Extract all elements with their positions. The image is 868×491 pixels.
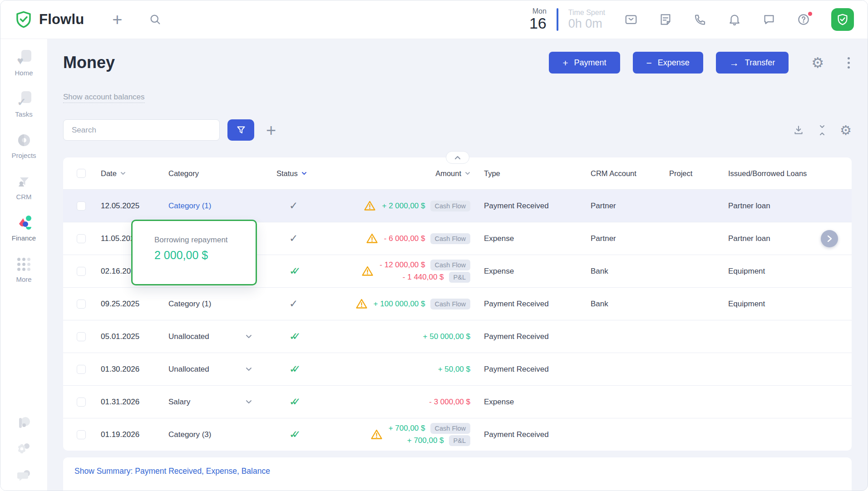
calendar-date[interactable]: Mon 16	[529, 7, 547, 31]
category-cell: Salary	[168, 398, 267, 407]
category-cell: Category (3)	[168, 430, 267, 439]
row-checkbox[interactable]	[77, 267, 86, 276]
chevron-down-icon[interactable]	[246, 400, 252, 404]
avatar-shield-icon[interactable]	[831, 8, 854, 31]
bell-icon[interactable]	[728, 13, 741, 26]
home-icon: ♥	[15, 49, 33, 66]
filter-button[interactable]	[227, 119, 254, 141]
row-checkbox[interactable]	[77, 234, 86, 243]
create-plus-icon[interactable]: +	[112, 11, 122, 28]
amount-badge: P&L	[449, 272, 470, 283]
sidebar-item-projects[interactable]: Projects	[0, 132, 47, 159]
phone-icon[interactable]	[693, 13, 707, 26]
status-cell: ✓✓	[267, 363, 354, 375]
sidebar-item-tasks[interactable]: ✓ Tasks	[0, 90, 47, 118]
amount-value: - 1 440,00 $	[403, 273, 444, 282]
help-icon[interactable]	[797, 13, 810, 26]
row-checkbox[interactable]	[77, 365, 86, 374]
table-row[interactable]: 05.01.2025Unallocated✓✓+ 50 000,00 $Paym…	[63, 320, 852, 353]
expense-button[interactable]: − Expense	[633, 52, 703, 74]
transactions-table: Date Category Status Amount Type CRM Acc…	[63, 157, 852, 451]
row-checkbox[interactable]	[77, 430, 86, 439]
row-checkbox[interactable]	[77, 332, 86, 341]
sidebar-item-home[interactable]: ♥ Home	[0, 49, 47, 77]
search-input[interactable]	[63, 119, 220, 141]
loans-cell: Partner loan	[721, 201, 852, 211]
table-settings-gear-icon[interactable]: ⚙	[840, 123, 852, 138]
crm-account-cell: Bank	[581, 267, 662, 276]
crm-account-cell: Partner	[581, 201, 662, 211]
search-icon[interactable]	[149, 13, 162, 26]
amount-value: + 2 000,00 $	[382, 201, 425, 211]
chat-icon[interactable]	[762, 13, 776, 26]
table-row[interactable]: 09.25.2025Category (1)✓+ 100 000,00 $Cas…	[63, 287, 852, 320]
payment-button[interactable]: + Payment	[549, 52, 620, 74]
table-row[interactable]: 01.19.2026Category (3)✓✓+ 700,00 $Cash F…	[63, 418, 852, 451]
sidebar-item-more[interactable]: More	[0, 255, 47, 283]
type-cell: Payment Received	[474, 332, 581, 341]
category-cell: Unallocated	[168, 365, 267, 374]
collapse-table-pill[interactable]	[446, 151, 469, 164]
category-label: Category (1)	[168, 300, 211, 309]
table-row[interactable]: 12.05.2025Category (1)✓+ 2 000,00 $Cash …	[63, 189, 852, 222]
payment-button-label: Payment	[574, 58, 606, 68]
kebab-menu-icon[interactable]	[846, 55, 852, 70]
type-cell: Payment Received	[474, 365, 581, 374]
status-cell: ✓✓	[267, 330, 354, 343]
category-tooltip: Borrowing repayment 2 000,00 $	[131, 220, 257, 285]
row-checkbox[interactable]	[77, 398, 86, 407]
category-label: Category (3)	[168, 430, 211, 439]
amount-value: + 100 000,00 $	[374, 300, 425, 309]
sidebar-item-finance[interactable]: Finance	[0, 214, 47, 242]
type-cell: Expense	[474, 267, 581, 276]
settings-gear-icon[interactable]	[16, 442, 32, 457]
transfer-button[interactable]: → Transfer	[716, 52, 789, 74]
column-amount[interactable]: Amount	[354, 169, 474, 178]
money-settings-gear-icon[interactable]: ⚙	[811, 54, 824, 71]
amount-cell: + 50,00 $	[354, 365, 474, 374]
chevron-down-icon[interactable]	[246, 334, 252, 339]
collapse-rows-icon[interactable]	[817, 124, 827, 136]
flowlu-logo[interactable]: Flowlu	[14, 10, 84, 29]
column-date[interactable]: Date	[101, 169, 168, 178]
expense-button-label: Expense	[658, 58, 690, 68]
status-cell: ✓	[267, 232, 354, 245]
category-cell: Category (1)	[168, 300, 267, 309]
column-status[interactable]: Status	[267, 169, 354, 178]
date-cell: 01.31.2026	[101, 398, 168, 407]
notes-icon[interactable]	[659, 13, 672, 26]
amount-cell: + 100 000,00 $Cash Flow	[354, 298, 474, 309]
category-cell: Unallocated	[168, 332, 267, 341]
table-row[interactable]: 01.30.2026Unallocated✓✓+ 50,00 $Payment …	[63, 353, 852, 385]
select-all-checkbox[interactable]	[77, 169, 86, 178]
download-icon[interactable]	[793, 124, 804, 136]
column-category[interactable]: Category	[168, 169, 267, 178]
mail-icon[interactable]	[624, 13, 638, 26]
column-type[interactable]: Type	[474, 169, 581, 178]
feedback-chat-icon[interactable]	[16, 468, 32, 483]
column-project[interactable]: Project	[662, 169, 721, 178]
chevron-down-icon[interactable]	[246, 367, 252, 371]
amount-cell: + 50 000,00 $	[354, 332, 474, 341]
show-account-balances-link[interactable]: Show account balances	[63, 93, 145, 103]
topbar-divider	[557, 8, 558, 31]
double-check-icon: ✓✓	[289, 396, 301, 408]
show-summary-link[interactable]: Show Summary: Payment Received, Expense,…	[74, 466, 270, 476]
filter-funnel-icon	[236, 125, 247, 136]
sidebar-label: Finance	[12, 234, 36, 242]
support-p-icon[interactable]	[16, 415, 32, 431]
row-expand-chevron-button[interactable]	[821, 230, 838, 247]
table-row[interactable]: 01.31.2026Salary✓✓- 3 000,00 $Expense	[63, 385, 852, 418]
row-checkbox[interactable]	[77, 300, 86, 309]
double-check-icon: ✓✓	[289, 428, 301, 441]
sidebar-item-crm[interactable]: CRM	[0, 173, 47, 201]
plus-icon: +	[562, 58, 568, 68]
category-link[interactable]: Category (1)	[168, 201, 211, 211]
add-filter-plus-icon[interactable]: +	[266, 122, 276, 139]
time-spent[interactable]: Time Spent 0h 0m	[568, 8, 605, 31]
warning-triangle-icon	[370, 429, 383, 440]
time-spent-value: 0h 0m	[568, 17, 605, 31]
row-checkbox[interactable]	[77, 201, 86, 211]
column-crm-account[interactable]: CRM Account	[581, 169, 662, 178]
column-loans[interactable]: Issued/Borrowed Loans	[721, 169, 852, 178]
